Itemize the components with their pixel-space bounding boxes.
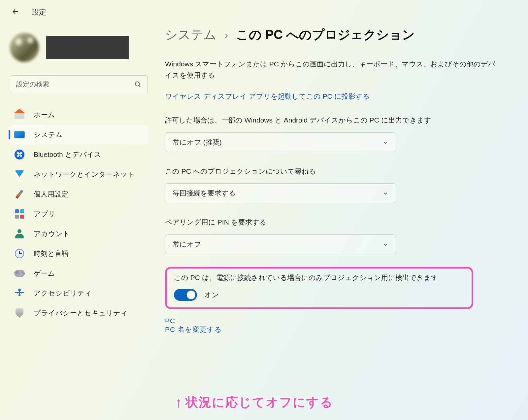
nav-item-privacy[interactable]: プライバシーとセキュリティ <box>10 303 148 323</box>
shield-icon <box>14 307 25 319</box>
nav-item-personalization[interactable]: 個人用設定 <box>10 184 148 204</box>
highlight-frame: この PC は、電源に接続されている場合にのみプロジェクション用に検出できます … <box>165 267 473 309</box>
nav-item-accessibility[interactable]: アクセシビリティ <box>10 283 148 303</box>
nav-label: 個人用設定 <box>34 190 68 199</box>
arrow-up-icon: ↑ <box>175 394 182 411</box>
search-input[interactable]: 設定の検索 <box>10 75 148 93</box>
nav-label: アプリ <box>34 209 55 219</box>
breadcrumb-parent[interactable]: システム <box>165 26 216 43</box>
nav-label: ネットワークとインターネット <box>34 170 135 179</box>
apps-icon <box>14 208 25 220</box>
chevron-right-icon: › <box>224 28 228 41</box>
breadcrumb: システム › この PC へのプロジェクション <box>165 26 518 43</box>
footer-text: PC PC 名を変更する <box>165 317 518 334</box>
nav-label: ホーム <box>34 110 55 120</box>
toggle-state-label: オン <box>204 290 219 299</box>
nav-label: プライバシーとセキュリティ <box>34 308 128 318</box>
profile-name-redacted <box>46 36 129 59</box>
clock-icon <box>14 248 25 259</box>
nav-item-gaming[interactable]: ゲーム <box>10 263 148 283</box>
nav-item-system[interactable]: システム <box>10 125 148 145</box>
nav-item-home[interactable]: ホーム <box>10 105 148 125</box>
system-icon <box>14 129 25 140</box>
nav-item-apps[interactable]: アプリ <box>10 204 148 224</box>
breadcrumb-current: この PC へのプロジェクション <box>236 26 415 43</box>
rename-pc-link[interactable]: PC 名を変更する <box>165 326 222 333</box>
nav-label: アクセシビリティ <box>34 289 92 298</box>
nav-label: システム <box>34 130 63 139</box>
gamepad-icon <box>14 268 25 279</box>
page-description: Windows スマートフォンまたは PC からこの画面に出力し、キーボード、マ… <box>165 58 502 81</box>
dropdown-value: 常にオフ (推奨) <box>173 138 222 147</box>
nav-item-network[interactable]: ネットワークとインターネット <box>10 164 148 184</box>
back-button[interactable] <box>11 7 20 17</box>
home-icon <box>14 109 25 121</box>
accessibility-icon <box>14 288 25 299</box>
avatar <box>10 33 39 62</box>
nav-list: ホーム システム ⌘ Bluetooth とデバイス ネットワークとインターネッ… <box>10 105 148 323</box>
bluetooth-icon: ⌘ <box>14 149 25 160</box>
brush-icon <box>14 189 25 200</box>
nav-item-accounts[interactable]: アカウント <box>10 224 148 244</box>
nav-label: Bluetooth とデバイス <box>34 150 101 159</box>
launch-wireless-display-link[interactable]: ワイヤレス ディスプレイ アプリを起動してこの PC に投影する <box>165 92 518 101</box>
nav-label: ゲーム <box>34 269 55 278</box>
ask-dropdown[interactable]: 毎回接続を要求する <box>165 183 396 203</box>
search-icon <box>134 81 142 90</box>
person-icon <box>14 228 25 239</box>
annotation-overlay: ↑ 状況に応じてオフにする <box>175 394 333 411</box>
chevron-down-icon <box>382 190 388 198</box>
nav-label: 時刻と言語 <box>34 249 69 258</box>
availability-dropdown[interactable]: 常にオフ (推奨) <box>165 132 396 152</box>
nav-item-bluetooth[interactable]: ⌘ Bluetooth とデバイス <box>10 145 148 164</box>
chevron-down-icon <box>382 241 388 249</box>
setting-label: この PC へのプロジェクションについて尋ねる <box>165 166 502 177</box>
nav-label: アカウント <box>34 229 70 238</box>
pin-dropdown[interactable]: 常にオフ <box>165 234 396 254</box>
dropdown-value: 毎回接続を要求する <box>173 189 236 198</box>
setting-label: ペアリング用に PIN を要求する <box>165 217 502 228</box>
profile-block[interactable] <box>10 33 148 62</box>
dropdown-value: 常にオフ <box>173 240 201 249</box>
annotation-text: 状況に応じてオフにする <box>185 394 333 411</box>
plugged-in-only-toggle[interactable] <box>174 289 197 301</box>
svg-point-0 <box>135 82 140 86</box>
setting-availability: 許可した場合は、一部の Windows と Android デバイスからこの P… <box>165 115 518 152</box>
footer-line1: PC <box>165 317 175 325</box>
setting-label: 許可した場合は、一部の Windows と Android デバイスからこの P… <box>165 115 502 126</box>
chevron-down-icon <box>382 139 388 147</box>
wifi-icon <box>14 169 25 180</box>
search-placeholder: 設定の検索 <box>16 80 49 89</box>
nav-item-time-language[interactable]: 時刻と言語 <box>10 244 148 263</box>
window-title: 設定 <box>32 7 46 17</box>
setting-require-pin: ペアリング用に PIN を要求する 常にオフ <box>165 217 518 254</box>
setting-ask-to-project: この PC へのプロジェクションについて尋ねる 毎回接続を要求する <box>165 166 518 203</box>
setting-label: この PC は、電源に接続されている場合にのみプロジェクション用に検出できます <box>174 273 464 282</box>
